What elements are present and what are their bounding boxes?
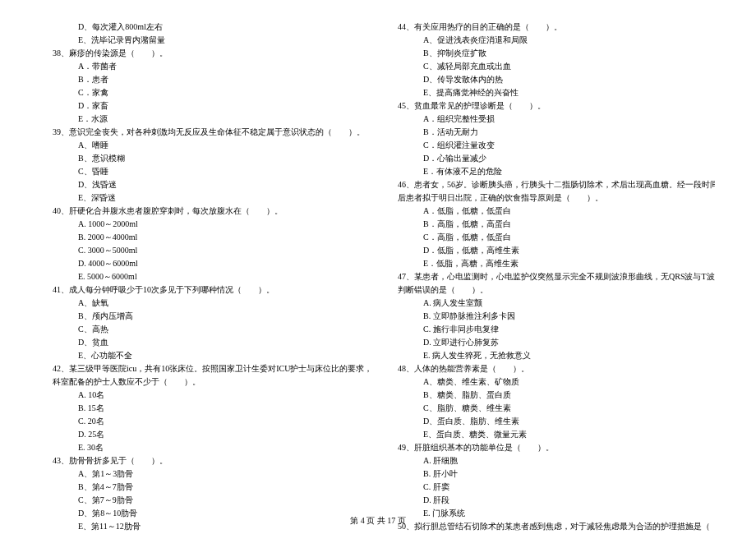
option-line: D、蛋白质、脂肪、维生素 (386, 415, 715, 428)
option-line: C、脂肪、糖类、维生素 (386, 402, 715, 415)
option-line: C. 3000～5000ml (41, 244, 370, 257)
option-line: E、提高痛觉神经的兴奋性 (386, 86, 715, 99)
column-right: 44、有关应用热疗的目的正确的是（ ）。A、促进浅表炎症消退和局限B、抑制炎症扩… (386, 21, 715, 533)
option-line: C、昏睡 (41, 165, 370, 178)
question-line: 43、肋骨骨折多见于（ ）。 (41, 454, 370, 467)
option-line: B．活动无耐力 (386, 126, 715, 139)
question-line: 46、患者女，56岁。诊断胰头癌，行胰头十二指肠切除术，术后出现高血糖。经一段时… (386, 178, 715, 191)
option-line: A、嗜睡 (41, 139, 370, 152)
option-line: E、蛋白质、糖类、微量元素 (386, 428, 715, 441)
option-line: E、洗毕记录胃内潴留量 (41, 34, 370, 47)
question-line: 42、某三级甲等医院icu，共有10张床位。按照国家卫计生委对ICU护士与床位比… (41, 362, 370, 375)
option-line: E．有体液不足的危险 (386, 165, 715, 178)
option-line: C、第7～9肋骨 (41, 494, 370, 507)
option-line: E、心功能不全 (41, 349, 370, 362)
option-line: B、意识模糊 (41, 152, 370, 165)
question-line: 48、人体的热能营养素是（ ）。 (386, 362, 715, 375)
option-line: C．组织灌注量改变 (386, 139, 715, 152)
option-line: D．低脂，低糖，高维生素 (386, 244, 715, 257)
option-line: E．水源 (41, 113, 370, 126)
option-line: D．心输出量减少 (386, 152, 715, 165)
option-line: E、深昏迷 (41, 191, 370, 205)
option-line: C. 肝窦 (386, 481, 715, 494)
option-line: B．高脂，低糖，高蛋白 (386, 218, 715, 231)
option-line: D. 25名 (41, 428, 370, 441)
page-columns: D、每次灌入800ml左右E、洗毕记录胃内潴留量38、麻疹的传染源是（ ）。A．… (41, 21, 715, 533)
option-line: A．低脂，低糖，低蛋白 (386, 205, 715, 218)
option-line: D. 4000～6000ml (41, 257, 370, 270)
option-line: B．患者 (41, 73, 370, 86)
option-line: B、抑制炎症扩散 (386, 47, 715, 60)
question-line: 45、贫血最常见的护理诊断是（ ）。 (386, 99, 715, 113)
option-line: D、贫血 (41, 336, 370, 349)
option-line: B. 立即静脉推注利多卡因 (386, 310, 715, 323)
option-line: C. 施行非同步电复律 (386, 323, 715, 336)
question-line: 41、成人每分钟呼吸少于10次多见于下列哪种情况（ ）。 (41, 283, 370, 297)
option-line: A．带菌者 (41, 60, 370, 73)
option-line: A．组织完整性受损 (386, 113, 715, 126)
question-line: 科室配备的护士人数应不少于（ ）。 (41, 375, 370, 389)
option-line: D. 肝段 (386, 494, 715, 507)
option-line: C. 20名 (41, 415, 370, 428)
option-line: A、缺氧 (41, 297, 370, 310)
question-line: 39、意识完全丧失，对各种刺激均无反应及生命体征不稳定属于意识状态的（ ）。 (41, 126, 370, 139)
option-line: A. 肝细胞 (386, 454, 715, 467)
option-line: C．高脂，低糖，低蛋白 (386, 231, 715, 244)
option-line: D．家畜 (41, 99, 370, 113)
option-line: B. 肝小叶 (386, 467, 715, 481)
option-line: A、糖类、维生素、矿物质 (386, 375, 715, 389)
question-line: 47、某患者，心电监测时，心电监护仪突然显示完全不规则波浪形曲线，无QRS波与T… (386, 270, 715, 283)
option-line: A. 病人发生室颤 (386, 297, 715, 310)
question-line: 后患者拟于明日出院，正确的饮食指导原则是（ ）。 (386, 191, 715, 205)
option-line: B、糖类、脂肪、蛋白质 (386, 389, 715, 402)
option-line: A、促进浅表炎症消退和局限 (386, 34, 715, 47)
option-line: B. 15名 (41, 402, 370, 415)
option-line: C、减轻局部充血或出血 (386, 60, 715, 73)
option-line: C．家禽 (41, 86, 370, 99)
question-line: 49、肝脏组织基本的功能单位是（ ）。 (386, 441, 715, 454)
option-line: E. 5000～6000ml (41, 270, 370, 283)
option-line: D、传导发散体内的热 (386, 73, 715, 86)
option-line: D、浅昏迷 (41, 178, 370, 191)
page-footer: 第 4 页 共 17 页 (0, 514, 756, 527)
option-line: B、颅内压增高 (41, 310, 370, 323)
option-line: D. 立即进行心肺复苏 (386, 336, 715, 349)
option-line: B、第4～7肋骨 (41, 481, 370, 494)
option-line: E．低脂，高糖，高维生素 (386, 257, 715, 270)
option-line: A. 10名 (41, 389, 370, 402)
option-line: C、高热 (41, 323, 370, 336)
question-line: 44、有关应用热疗的目的正确的是（ ）。 (386, 21, 715, 34)
question-line: 判断错误的是（ ）。 (386, 283, 715, 297)
option-line: E. 病人发生猝死，无抢救意义 (386, 349, 715, 362)
option-line: A. 1000～2000ml (41, 218, 370, 231)
option-line: B. 2000～4000ml (41, 231, 370, 244)
column-left: D、每次灌入800ml左右E、洗毕记录胃内潴留量38、麻疹的传染源是（ ）。A．… (41, 21, 370, 533)
option-line: A、第1～3肋骨 (41, 467, 370, 481)
option-line: E. 30名 (41, 441, 370, 454)
question-line: 38、麻疹的传染源是（ ）。 (41, 47, 370, 60)
option-line: D、每次灌入800ml左右 (41, 21, 370, 34)
question-line: 40、肝硬化合并腹水患者腹腔穿刺时，每次放腹水在（ ）。 (41, 205, 370, 218)
